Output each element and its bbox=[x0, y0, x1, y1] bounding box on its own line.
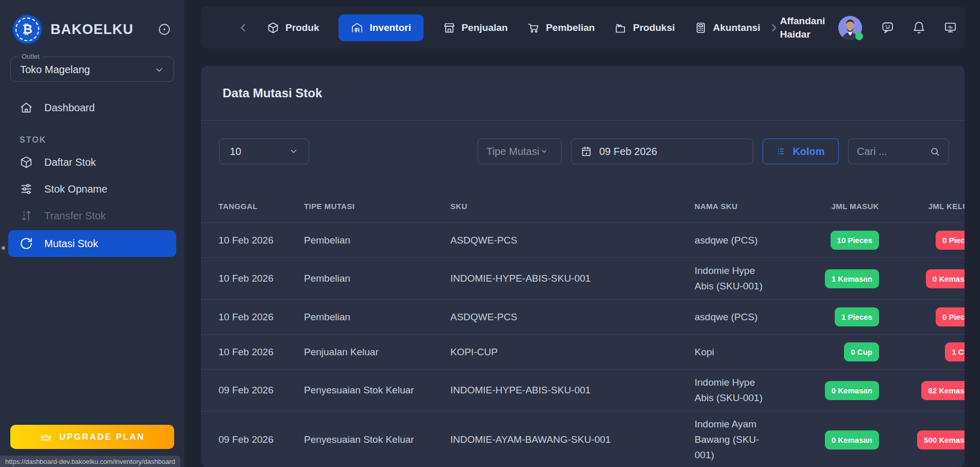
outlet-select[interactable]: Outlet Toko Magelang bbox=[10, 57, 174, 82]
tab-label: Inventori bbox=[369, 22, 411, 33]
search-icon[interactable] bbox=[930, 146, 940, 157]
sidebar-item-stok-opname[interactable]: Stok Opname bbox=[0, 176, 184, 202]
cell-sku: INDOMIE-HYPE-ABIS-SKU-001 bbox=[450, 379, 695, 401]
cell-tipe-mutasi: Penyesuaian Stok Keluar bbox=[304, 379, 450, 401]
sidebar-item-dashboard[interactable]: Dashboard bbox=[0, 94, 184, 121]
tab-pembelian[interactable]: Pembelian bbox=[527, 22, 595, 34]
search-input[interactable] bbox=[857, 146, 918, 158]
table-row: 09 Feb 2026 Penyesuaian Stok Keluar INDO… bbox=[201, 411, 965, 467]
cell-jml-masuk: 0 Kemasan bbox=[825, 376, 879, 405]
cell-jml-masuk: 10 Pieces bbox=[831, 226, 879, 255]
jml-masuk-badge: 0 Cup bbox=[844, 342, 879, 361]
cell-tipe-mutasi: Penjualan Keluar bbox=[304, 341, 450, 363]
brand-name: BAKOELKU bbox=[50, 22, 133, 38]
col-tipe-mutasi: TIPE MUTASI bbox=[304, 202, 450, 211]
cell-tipe-mutasi: Pembelian bbox=[304, 230, 450, 251]
brand-row: ₿ BAKOELKU bbox=[0, 0, 184, 44]
tab-produksi[interactable]: Produksi bbox=[614, 22, 674, 34]
cell-tanggal: 10 Feb 2026 bbox=[201, 341, 304, 363]
tab-penjualan[interactable]: Penjualan bbox=[443, 22, 508, 34]
page-title: Data Mutasi Stok bbox=[223, 86, 322, 100]
jml-masuk-badge: 1 Kemasan bbox=[825, 269, 879, 288]
cell-nama-sku: asdqwe (PCS) bbox=[695, 228, 822, 253]
date-value: 09 Feb 2026 bbox=[599, 146, 657, 158]
cell-tipe-mutasi: Pembelian bbox=[304, 268, 450, 289]
date-picker[interactable]: 09 Feb 2026 bbox=[571, 139, 753, 164]
tab-produk[interactable]: Produk bbox=[267, 22, 319, 34]
cell-sku: INDOMIE-HYPE-ABIS-SKU-001 bbox=[450, 268, 695, 289]
outlet-label: Outlet bbox=[18, 53, 43, 60]
cell-nama-sku: Indomie Hype Abis (SKU-001) bbox=[695, 258, 822, 299]
cell-jml-masuk: 0 Kemasan bbox=[825, 425, 879, 455]
topbar-actions bbox=[881, 21, 957, 34]
cell-nama-sku: asdqwe (PCS) bbox=[695, 304, 822, 330]
cell-jml-keluar: 0 Kemasan bbox=[926, 264, 965, 293]
sidebar: ₿ BAKOELKU Outlet Toko Magelang Dashboar… bbox=[0, 0, 184, 467]
user-name[interactable]: Affandani Haidar bbox=[780, 14, 839, 41]
tab-akuntansi[interactable]: Akuntansi bbox=[695, 22, 761, 34]
sidebar-item-daftar-stok[interactable]: Daftar Stok bbox=[0, 149, 184, 176]
feedback-chat-icon[interactable] bbox=[881, 21, 894, 34]
cell-nama-sku: Kopi bbox=[695, 339, 822, 365]
tab-label: Penjualan bbox=[462, 22, 508, 33]
calendar-icon bbox=[581, 146, 592, 157]
sidebar-item-label: Stok Opname bbox=[44, 183, 107, 195]
table-row: 10 Feb 2026 Pembelian INDOMIE-HYPE-ABIS-… bbox=[201, 257, 965, 299]
notifications-bell-icon[interactable] bbox=[912, 21, 926, 34]
cell-tanggal: 09 Feb 2026 bbox=[201, 379, 304, 401]
cell-tipe-mutasi: Pembelian bbox=[304, 306, 450, 328]
sidebar-section-stok: STOK bbox=[0, 121, 184, 149]
cell-jml-keluar: 0 Pieces bbox=[936, 302, 965, 332]
table-controls: 10 Tipe Mutasi 09 Feb 2026 bbox=[219, 139, 949, 164]
kolom-button[interactable]: Kolom bbox=[763, 139, 839, 164]
chevron-down-icon bbox=[540, 148, 548, 155]
jml-keluar-badge: 1 Cup bbox=[945, 342, 965, 361]
tab-label: Produk bbox=[285, 22, 319, 33]
calculator-icon bbox=[695, 22, 707, 34]
jml-keluar-badge: 0 Pieces bbox=[936, 231, 965, 250]
sidebar-item-label: Mutasi Stok bbox=[44, 238, 98, 250]
upgrade-plan-button[interactable]: UPGRADE PLAN bbox=[10, 425, 174, 449]
chevron-down-icon bbox=[289, 147, 298, 156]
jml-masuk-badge: 0 Kemasan bbox=[825, 381, 879, 400]
nav-scroll-left-icon[interactable] bbox=[237, 22, 259, 34]
tab-label: Produksi bbox=[633, 22, 674, 33]
col-sku: SKU bbox=[450, 202, 695, 211]
jml-masuk-badge: 10 Pieces bbox=[831, 231, 879, 250]
avatar[interactable] bbox=[838, 16, 862, 40]
monitor-display-icon[interactable] bbox=[943, 21, 957, 34]
jml-keluar-badge: 0 Kemasan bbox=[926, 269, 965, 288]
tipe-mutasi-select[interactable]: Tipe Mutasi bbox=[478, 139, 562, 164]
search-box bbox=[848, 139, 949, 164]
browser-status-url: https://dashboard-dev.bakoelku.com/inven… bbox=[0, 456, 180, 467]
sidebar-item-label: Dashboard bbox=[44, 102, 95, 114]
col-nama-sku: NAMA SKU bbox=[695, 202, 822, 211]
cube-icon bbox=[267, 22, 279, 34]
col-tanggal: TANGGAL bbox=[201, 202, 304, 211]
cell-tanggal: 10 Feb 2026 bbox=[201, 306, 304, 328]
nav-scroll-right-icon[interactable] bbox=[761, 22, 780, 34]
cell-jml-keluar: 1 Cup bbox=[945, 337, 965, 367]
factory-icon bbox=[614, 22, 627, 34]
cell-nama-sku: Indomie Hype Abis (SKU-001) bbox=[695, 370, 822, 411]
divider bbox=[201, 120, 965, 120]
sidebar-item-mutasi-stok[interactable]: Mutasi Stok bbox=[8, 230, 176, 257]
cell-jml-masuk: 1 Kemasan bbox=[825, 264, 879, 293]
sidebar-item-label: Transfer Stok bbox=[44, 210, 106, 222]
sidebar-item-transfer-stok[interactable]: Transfer Stok bbox=[0, 202, 184, 229]
sidebar-collapse-icon[interactable] bbox=[158, 23, 171, 36]
sidebar-scrollbar-dot[interactable] bbox=[2, 246, 5, 250]
table-row: 10 Feb 2026 Pembelian ASDQWE-PCS asdqwe … bbox=[201, 222, 965, 257]
table-row: 09 Feb 2026 Penyesuaian Stok Keluar INDO… bbox=[201, 369, 965, 411]
sidebar-nav: Dashboard STOK Daftar Stok Stok Opname bbox=[0, 94, 184, 257]
tipe-mutasi-placeholder: Tipe Mutasi bbox=[486, 146, 539, 158]
tab-inventori[interactable]: Inventori bbox=[339, 14, 423, 41]
warehouse-icon bbox=[351, 22, 363, 34]
page-size-select[interactable]: 10 bbox=[219, 139, 309, 164]
upgrade-plan-label: UPGRADE PLAN bbox=[59, 432, 145, 442]
chevron-down-icon bbox=[154, 65, 164, 75]
jml-keluar-badge: 500 Kemasan bbox=[917, 430, 965, 449]
cell-sku: KOPI-CUP bbox=[450, 341, 695, 363]
topbar-nav: Produk Inventori Penjualan bbox=[267, 14, 761, 41]
cell-sku: ASDQWE-PCS bbox=[450, 306, 695, 328]
